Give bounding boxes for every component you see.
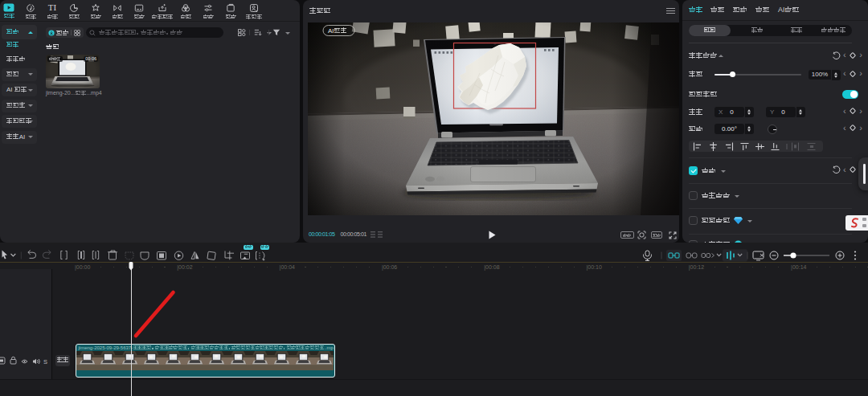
svg-text:S: S	[43, 358, 47, 365]
